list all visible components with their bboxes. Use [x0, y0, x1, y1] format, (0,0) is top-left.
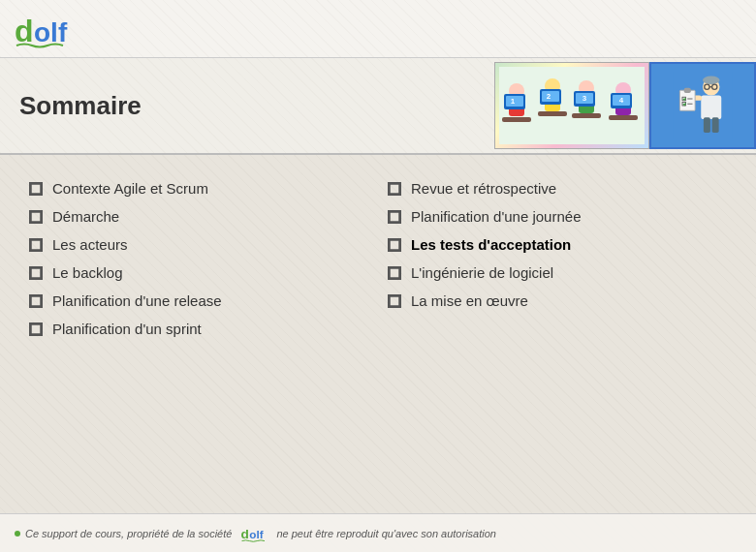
menu-label-backlog: Le backlog [52, 264, 123, 281]
svg-rect-12 [538, 111, 567, 116]
svg-text:3: 3 [583, 94, 587, 103]
checkbox-backlog [29, 266, 43, 280]
svg-text:1: 1 [511, 97, 516, 106]
menu-label-tests: Les tests d'acceptation [411, 236, 571, 253]
menu-item-planif-release[interactable]: Planification d'une release [29, 287, 368, 315]
svg-text:d: d [241, 526, 249, 540]
menu-item-mise-en-oeuvre[interactable]: La mise en œuvre [388, 287, 727, 315]
menu-item-ingenierie[interactable]: L'ingénierie de logiciel [388, 259, 727, 287]
page-title: Sommaire [0, 91, 494, 121]
svg-rect-38 [684, 88, 691, 93]
svg-point-29 [703, 76, 720, 84]
header-bar: d olf [0, 0, 756, 58]
footer-text-after: ne peut être reproduit qu'avec son autor… [276, 528, 496, 539]
checkbox-demarche [29, 210, 43, 224]
checkbox-planif-journee [388, 210, 401, 224]
menu-item-backlog[interactable]: Le backlog [29, 259, 368, 287]
svg-rect-7 [502, 117, 531, 122]
checkbox-contexte [29, 182, 43, 196]
logo-svg: d olf [15, 7, 68, 50]
menu-label-mise-en-oeuvre: La mise en œuvre [411, 292, 528, 309]
svg-text:4: 4 [619, 96, 624, 105]
svg-rect-33 [701, 96, 721, 120]
menu-item-planif-sprint[interactable]: Planification d'un sprint [29, 315, 368, 343]
menu-label-demarche: Démarche [52, 208, 119, 225]
illustration-strip: 1 2 3 4 [494, 62, 649, 149]
menu-item-contexte[interactable]: Contexte Agile et Scrum [29, 174, 368, 202]
svg-rect-49 [390, 184, 399, 194]
svg-rect-52 [390, 268, 399, 278]
svg-rect-48 [31, 324, 41, 334]
figure-svg [669, 72, 737, 139]
footer-text-before: Ce support de cours, propriété de la soc… [25, 528, 232, 539]
left-column: Contexte Agile et Scrum Démarche Les act… [29, 174, 368, 343]
menu-label-planif-journee: Planification d'une journée [411, 208, 582, 225]
svg-rect-43 [31, 184, 41, 194]
svg-rect-35 [712, 117, 719, 133]
svg-rect-46 [31, 268, 41, 278]
checkbox-planif-sprint [29, 322, 43, 336]
svg-rect-53 [390, 296, 399, 306]
footer: Ce support de cours, propriété de la soc… [0, 513, 756, 552]
checkbox-tests [388, 238, 401, 252]
svg-rect-22 [609, 115, 638, 120]
menu-label-ingenierie: L'ingénierie de logiciel [411, 264, 553, 281]
svg-rect-47 [31, 296, 41, 306]
menu-label-planif-release: Planification d'une release [52, 292, 222, 309]
checkbox-mise-en-oeuvre [388, 294, 401, 308]
logo: d olf [15, 7, 68, 50]
checkbox-acteurs [29, 238, 43, 252]
right-column: Revue et rétrospective Planification d'u… [388, 174, 727, 343]
corner-figure-box [649, 62, 756, 149]
svg-rect-51 [390, 240, 399, 250]
menu-item-revue[interactable]: Revue et rétrospective [388, 174, 727, 202]
menu-label-acteurs: Les acteurs [52, 236, 128, 253]
svg-rect-50 [390, 212, 399, 222]
menu-label-revue: Revue et rétrospective [411, 180, 556, 197]
menu-label-planif-sprint: Planification d'un sprint [52, 321, 202, 337]
menu-item-acteurs[interactable]: Les acteurs [29, 230, 368, 259]
people-illustration: 1 2 3 4 [499, 67, 645, 144]
svg-rect-17 [572, 113, 601, 118]
menu-item-demarche[interactable]: Démarche [29, 202, 368, 230]
svg-rect-45 [31, 240, 41, 250]
title-area: Sommaire [0, 58, 756, 155]
menu-item-tests[interactable]: Les tests d'acceptation [388, 230, 727, 259]
menu-content: Contexte Agile et Scrum Démarche Les act… [0, 155, 756, 362]
svg-text:olf: olf [250, 527, 264, 539]
svg-text:2: 2 [547, 92, 551, 101]
menu-label-contexte: Contexte Agile et Scrum [52, 180, 208, 197]
footer-logo: d olf [236, 523, 271, 544]
footer-bullet [15, 531, 20, 537]
svg-rect-44 [31, 212, 41, 222]
svg-text:olf: olf [34, 17, 68, 47]
checkbox-planif-release [29, 294, 43, 308]
svg-rect-34 [704, 117, 710, 133]
menu-item-planif-journee[interactable]: Planification d'une journée [388, 202, 727, 230]
checkbox-revue [388, 182, 401, 196]
checkbox-ingenierie [388, 266, 401, 280]
